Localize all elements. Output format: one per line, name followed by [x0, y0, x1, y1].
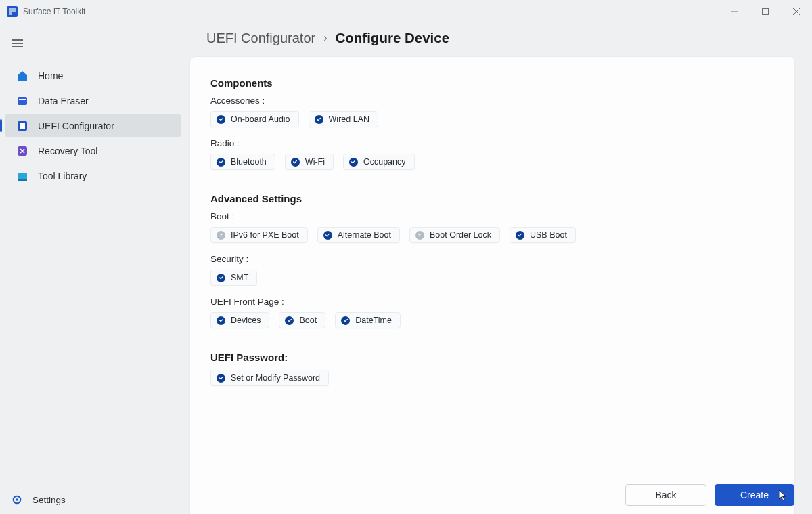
setting-chip[interactable]: Boot Order Lock [409, 227, 500, 243]
section-title-components: Components [210, 77, 774, 89]
breadcrumb-current: Configure Device [336, 30, 450, 46]
check-icon [285, 316, 294, 325]
setting-chip[interactable]: Wired LAN [309, 111, 378, 127]
setting-chip[interactable]: Alternate Boot [317, 227, 400, 243]
sidebar-item-label: Tool Library [38, 171, 87, 181]
uefi-icon [16, 120, 28, 132]
setting-chip[interactable]: On-board Audio [210, 111, 299, 127]
check-icon [291, 158, 300, 167]
group-label: UEFI Front Page : [210, 297, 774, 307]
titlebar: Surface IT Toolkit [0, 0, 812, 23]
setting-chip[interactable]: Set or Modify Password [210, 370, 329, 386]
setting-chip[interactable]: SMT [210, 270, 257, 286]
chip-row: DevicesBootDateTime [210, 312, 774, 328]
chip-label: Alternate Boot [338, 230, 391, 240]
back-button[interactable]: Back [625, 484, 706, 506]
chip-row: BluetoothWi-FiOccupancy [210, 154, 774, 170]
check-icon [217, 158, 225, 167]
chip-label: Set or Modify Password [231, 373, 320, 383]
chip-label: Wi-Fi [305, 157, 325, 167]
sidebar-item-label: Home [38, 70, 63, 81]
section-title-password: UEFI Password: [210, 351, 774, 363]
svg-rect-13 [18, 179, 27, 181]
svg-rect-10 [20, 123, 25, 129]
chip-label: DateTime [355, 316, 392, 325]
x-icon [217, 231, 225, 240]
check-icon [516, 231, 524, 240]
recovery-icon [16, 145, 28, 157]
main: UEFI Configurator › Configure Device Com… [186, 23, 812, 514]
chevron-right-icon: › [323, 32, 327, 44]
hamburger-button[interactable] [4, 31, 31, 56]
create-button-label: Create [740, 490, 769, 500]
chip-label: Bluetooth [231, 157, 267, 167]
eraser-icon [16, 95, 28, 107]
app-title: Surface IT Toolkit [23, 7, 85, 16]
sidebar-item-settings[interactable]: Settings [0, 490, 186, 510]
minimize-button[interactable] [719, 0, 750, 23]
chip-label: Devices [231, 316, 261, 325]
chip-label: Boot [299, 316, 317, 325]
check-icon [349, 158, 358, 167]
app-logo-icon [7, 6, 18, 17]
close-button[interactable] [781, 0, 812, 23]
group-label: Radio : [210, 138, 774, 148]
maximize-button[interactable] [750, 0, 781, 23]
cursor-icon [779, 490, 787, 501]
group-label: Boot : [210, 211, 774, 221]
home-icon [16, 70, 28, 82]
svg-rect-8 [19, 99, 26, 100]
chip-row: IPv6 for PXE BootAlternate BootBoot Orde… [210, 227, 774, 243]
window-controls [719, 0, 812, 23]
x-icon [415, 231, 424, 240]
create-button[interactable]: Create [715, 484, 794, 506]
footer-bar: Back Create [625, 484, 794, 506]
setting-chip[interactable]: Wi-Fi [285, 154, 334, 170]
breadcrumb-parent[interactable]: UEFI Configurator [206, 30, 315, 46]
titlebar-left: Surface IT Toolkit [7, 6, 85, 17]
svg-rect-12 [18, 173, 27, 179]
setting-chip[interactable]: Devices [210, 312, 269, 328]
section-title-advanced: Advanced Settings [210, 193, 774, 205]
check-icon [217, 374, 225, 383]
content-card: Components Accessories :On-board AudioWi… [190, 57, 794, 514]
chip-label: USB Boot [530, 230, 567, 240]
check-icon [341, 316, 350, 325]
setting-chip[interactable]: Bluetooth [210, 154, 275, 170]
sidebar-item-home[interactable]: Home [5, 64, 181, 87]
setting-chip[interactable]: DateTime [335, 312, 401, 328]
settings-label: Settings [32, 495, 66, 505]
chip-row: On-board AudioWired LAN [210, 111, 774, 127]
chip-label: Occupancy [363, 157, 406, 167]
library-icon [16, 170, 28, 182]
group-label: Accessories : [210, 95, 774, 106]
gear-icon [11, 494, 23, 506]
check-icon [217, 274, 225, 282]
svg-rect-1 [763, 9, 769, 15]
sidebar: Home Data Eraser UEFI Configurator Recov… [0, 23, 186, 514]
sidebar-item-label: UEFI Configurator [38, 121, 114, 131]
setting-chip[interactable]: Boot [279, 312, 325, 328]
chip-label: SMT [231, 273, 248, 282]
chip-label: Wired LAN [329, 114, 369, 124]
chip-row: SMT [210, 270, 774, 286]
nav: Home Data Eraser UEFI Configurator Recov… [0, 64, 186, 188]
setting-chip[interactable]: USB Boot [510, 227, 576, 243]
setting-chip[interactable]: Occupancy [343, 154, 415, 170]
chip-label: On-board Audio [231, 114, 290, 124]
sidebar-item-tool-library[interactable]: Tool Library [5, 164, 181, 188]
setting-chip[interactable]: IPv6 for PXE Boot [210, 227, 308, 243]
svg-rect-7 [18, 97, 27, 105]
sidebar-item-recovery-tool[interactable]: Recovery Tool [5, 139, 181, 163]
sidebar-item-label: Recovery Tool [38, 146, 97, 156]
sidebar-item-data-eraser[interactable]: Data Eraser [5, 89, 181, 112]
svg-point-15 [16, 498, 18, 501]
chip-label: Boot Order Lock [430, 230, 491, 240]
chip-label: IPv6 for PXE Boot [231, 230, 299, 240]
sidebar-item-uefi-configurator[interactable]: UEFI Configurator [5, 114, 181, 137]
check-icon [323, 231, 332, 240]
group-label: Security : [210, 254, 774, 264]
check-icon [217, 115, 225, 124]
check-icon [315, 115, 323, 124]
breadcrumb: UEFI Configurator › Configure Device [186, 23, 812, 53]
